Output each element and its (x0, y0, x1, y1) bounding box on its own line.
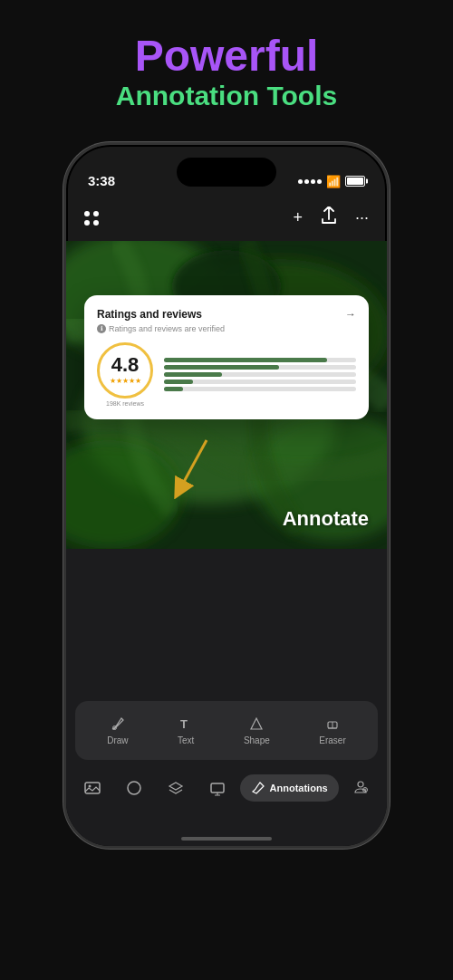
shape-label: Shape (244, 735, 270, 745)
rating-stars: ★★★★★ (110, 377, 141, 385)
rating-circle: 4.8 ★★★★★ (97, 342, 153, 399)
phone-content: Ratings and reviews → ℹ Ratings and revi… (66, 241, 387, 846)
wifi-icon: 📶 (326, 175, 341, 188)
svg-point-15 (89, 784, 92, 787)
subtitle-plain: Annotation (116, 81, 267, 110)
more-button[interactable]: ··· (355, 208, 369, 227)
nav-screen[interactable] (198, 773, 237, 803)
arrow-annotation (170, 436, 243, 499)
nav-photos[interactable] (72, 773, 112, 803)
image-area: Ratings and reviews → ℹ Ratings and revi… (66, 241, 387, 549)
text-tool[interactable]: T Text (169, 710, 203, 751)
draw-label: Draw (107, 735, 128, 745)
eraser-label: Eraser (319, 735, 345, 745)
main-title: Powerful (18, 33, 435, 81)
shape-tool[interactable]: Shape (235, 710, 279, 751)
nav-more[interactable] (341, 773, 381, 803)
grid-icon[interactable] (84, 211, 99, 226)
bar-row-5 (164, 358, 356, 362)
bar-row-2 (164, 380, 356, 384)
bottom-nav: Annotations (72, 767, 381, 809)
battery-icon (345, 176, 365, 187)
annotate-text: Annotate (283, 507, 369, 531)
text-label: Text (178, 735, 194, 745)
phone-mockup: 3:38 📶 (0, 142, 453, 849)
signal-icon (298, 179, 322, 184)
rating-card: Ratings and reviews → ℹ Ratings and revi… (84, 295, 369, 419)
dynamic-island (177, 158, 276, 187)
nav-layers[interactable] (156, 773, 196, 803)
phone-frame: 3:38 📶 (63, 142, 390, 849)
rating-score-area: 4.8 ★★★★★ 198K reviews (97, 342, 153, 407)
rating-card-title: Ratings and reviews (97, 308, 202, 321)
svg-point-16 (128, 782, 140, 794)
main-subtitle: Annotation Tools (18, 81, 435, 111)
bar-row-1 (164, 387, 356, 391)
svg-line-8 (179, 440, 207, 490)
eraser-tool[interactable]: Eraser (310, 710, 354, 751)
add-button[interactable]: + (293, 208, 303, 227)
draw-toolbar: Draw T Text Shape (75, 701, 378, 760)
nav-annotations[interactable]: Annotations (240, 774, 339, 802)
status-time: 3:38 (88, 173, 115, 188)
subtitle-colored: Tools (266, 81, 337, 110)
home-indicator (181, 837, 272, 841)
rating-body: 4.8 ★★★★★ 198K reviews (97, 342, 356, 407)
rating-card-arrow: → (345, 308, 356, 321)
app-toolbar: + ··· (66, 196, 387, 241)
svg-rect-17 (211, 783, 224, 793)
rating-card-header: Ratings and reviews → (97, 308, 356, 321)
toolbar-left (84, 211, 99, 226)
rating-reviews: 198K reviews (106, 400, 144, 407)
draw-tool[interactable]: Draw (98, 710, 137, 751)
bar-row-4 (164, 365, 356, 370)
share-button[interactable] (321, 207, 337, 229)
status-icons: 📶 (298, 175, 365, 188)
nav-circle[interactable] (114, 773, 154, 803)
svg-text:T: T (180, 717, 188, 731)
rating-verified: ℹ Ratings and reviews are verified (97, 324, 356, 333)
nav-annotations-label: Annotations (270, 783, 328, 793)
page-header: Powerful Annotation Tools (0, 0, 453, 133)
bottom-area: Draw T Text Shape (66, 692, 387, 846)
bar-row-3 (164, 372, 356, 377)
verified-icon: ℹ (97, 324, 106, 333)
rating-number: 4.8 (111, 355, 140, 375)
rating-bars (164, 358, 356, 391)
toolbar-right: + ··· (293, 207, 369, 229)
